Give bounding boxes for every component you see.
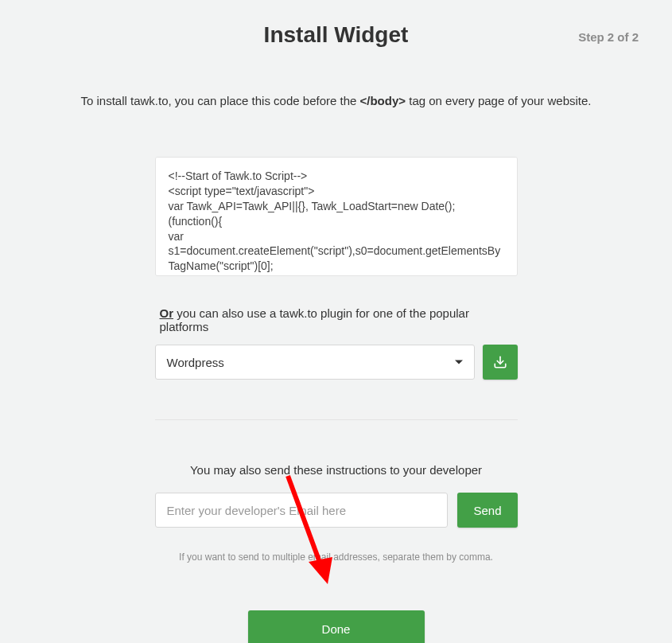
download-icon bbox=[493, 355, 507, 369]
page-title: Install Widget bbox=[264, 22, 409, 48]
instructions-suffix: tag on every page of your website. bbox=[406, 94, 591, 107]
install-instructions: To install tawk.to, you can place this c… bbox=[0, 94, 672, 107]
step-indicator: Step 2 of 2 bbox=[578, 30, 639, 44]
embed-code-box[interactable]: <!--Start of Tawk.to Script--> <script t… bbox=[155, 157, 518, 276]
download-button[interactable] bbox=[483, 345, 518, 380]
developer-email-input[interactable] bbox=[155, 493, 449, 528]
send-instruction: You may also send these instructions to … bbox=[155, 463, 518, 477]
instructions-prefix: To install tawk.to, you can place this c… bbox=[80, 94, 359, 107]
caret-down-icon bbox=[455, 360, 463, 364]
done-button[interactable]: Done bbox=[248, 610, 425, 643]
section-divider bbox=[155, 419, 518, 420]
plugin-select-value: Wordpress bbox=[167, 356, 224, 369]
or-rest: you can also use a tawk.to plugin for on… bbox=[160, 306, 469, 333]
or-label: Or bbox=[160, 306, 174, 320]
send-button[interactable]: Send bbox=[457, 493, 517, 528]
instructions-bold-tag: </body> bbox=[360, 94, 406, 107]
multiple-email-hint: If you want to send to multiple email ad… bbox=[155, 551, 518, 563]
or-instruction: Or you can also use a tawk.to plugin for… bbox=[155, 306, 518, 333]
plugin-select[interactable]: Wordpress bbox=[155, 345, 475, 380]
